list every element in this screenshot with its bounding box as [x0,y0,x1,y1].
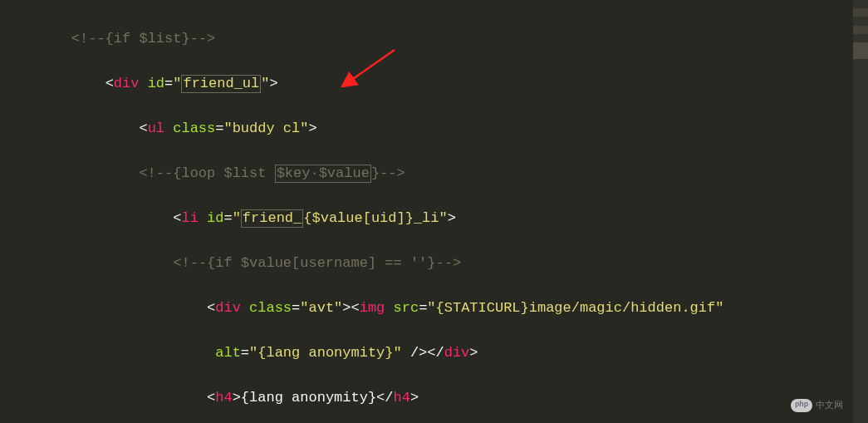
code-line: <div id="friend_ul"> [37,72,868,95]
php-logo-icon: php [791,399,812,412]
minimap[interactable] [853,0,868,423]
watermark: php 中文网 [791,394,843,416]
code-line: <ul class="buddy cl"> [37,117,868,140]
code-line: alt="{lang anonymity}" /></div> [37,342,868,364]
code-line: <!--{loop $list $key·$value}--> [37,162,868,184]
watermark-text: 中文网 [816,394,843,416]
code-line: <h4>{lang anonymity}</h4> [37,386,868,409]
highlight-box: friend_ul [181,75,261,93]
highlight-box: friend_ [241,209,303,228]
code-line: <!--{if $list}--> [37,27,868,50]
code-line: <!--{if $value[username] == ''}--> [37,252,868,274]
code-line: <li id="friend_{$value[uid]}_li"> [37,207,868,229]
highlight-box: $key·$value [275,165,371,183]
code-editor[interactable]: <!--{if $list}--> <div id="friend_ul"> <… [0,0,868,423]
code-line: <div class="avt"><img src="{STATICURL}im… [37,297,868,319]
